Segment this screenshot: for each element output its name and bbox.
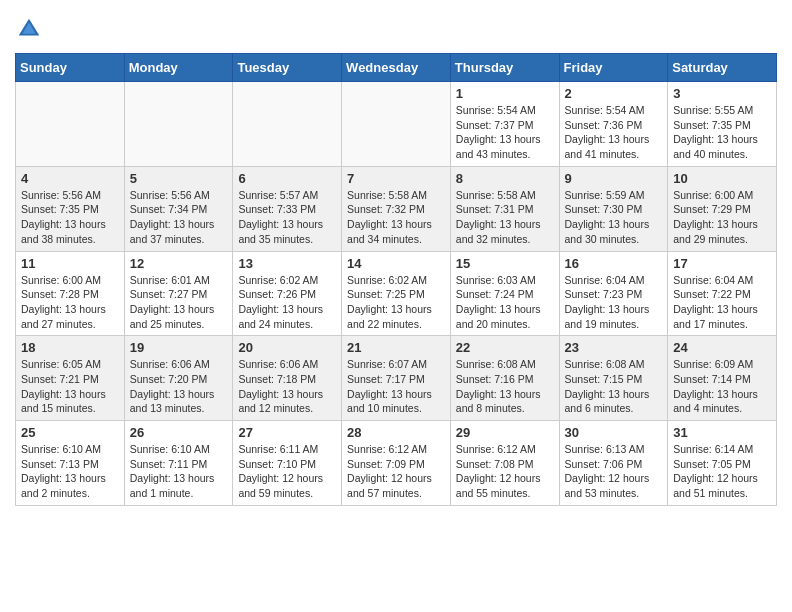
day-number: 20: [238, 340, 336, 355]
calendar-cell: 8Sunrise: 5:58 AM Sunset: 7:31 PM Daylig…: [450, 166, 559, 251]
day-number: 30: [565, 425, 663, 440]
day-number: 29: [456, 425, 554, 440]
day-number: 26: [130, 425, 228, 440]
day-header-thursday: Thursday: [450, 54, 559, 82]
day-number: 17: [673, 256, 771, 271]
calendar-week-row: 4Sunrise: 5:56 AM Sunset: 7:35 PM Daylig…: [16, 166, 777, 251]
page-header: [15, 15, 777, 43]
day-number: 3: [673, 86, 771, 101]
day-info: Sunrise: 6:06 AM Sunset: 7:20 PM Dayligh…: [130, 357, 228, 416]
day-info: Sunrise: 5:54 AM Sunset: 7:36 PM Dayligh…: [565, 103, 663, 162]
calendar-cell: 27Sunrise: 6:11 AM Sunset: 7:10 PM Dayli…: [233, 421, 342, 506]
calendar-cell: 24Sunrise: 6:09 AM Sunset: 7:14 PM Dayli…: [668, 336, 777, 421]
day-info: Sunrise: 6:10 AM Sunset: 7:13 PM Dayligh…: [21, 442, 119, 501]
calendar-cell: 7Sunrise: 5:58 AM Sunset: 7:32 PM Daylig…: [342, 166, 451, 251]
day-info: Sunrise: 6:12 AM Sunset: 7:08 PM Dayligh…: [456, 442, 554, 501]
calendar-cell: 26Sunrise: 6:10 AM Sunset: 7:11 PM Dayli…: [124, 421, 233, 506]
calendar-cell: 22Sunrise: 6:08 AM Sunset: 7:16 PM Dayli…: [450, 336, 559, 421]
calendar-cell: 23Sunrise: 6:08 AM Sunset: 7:15 PM Dayli…: [559, 336, 668, 421]
calendar-cell: 28Sunrise: 6:12 AM Sunset: 7:09 PM Dayli…: [342, 421, 451, 506]
calendar-cell: 6Sunrise: 5:57 AM Sunset: 7:33 PM Daylig…: [233, 166, 342, 251]
calendar-cell: 2Sunrise: 5:54 AM Sunset: 7:36 PM Daylig…: [559, 82, 668, 167]
calendar-cell: 18Sunrise: 6:05 AM Sunset: 7:21 PM Dayli…: [16, 336, 125, 421]
day-info: Sunrise: 6:09 AM Sunset: 7:14 PM Dayligh…: [673, 357, 771, 416]
day-number: 7: [347, 171, 445, 186]
calendar-week-row: 25Sunrise: 6:10 AM Sunset: 7:13 PM Dayli…: [16, 421, 777, 506]
calendar-cell: [233, 82, 342, 167]
calendar-cell: 10Sunrise: 6:00 AM Sunset: 7:29 PM Dayli…: [668, 166, 777, 251]
day-info: Sunrise: 6:00 AM Sunset: 7:28 PM Dayligh…: [21, 273, 119, 332]
day-info: Sunrise: 6:10 AM Sunset: 7:11 PM Dayligh…: [130, 442, 228, 501]
day-number: 10: [673, 171, 771, 186]
day-info: Sunrise: 5:54 AM Sunset: 7:37 PM Dayligh…: [456, 103, 554, 162]
day-header-tuesday: Tuesday: [233, 54, 342, 82]
calendar-header-row: SundayMondayTuesdayWednesdayThursdayFrid…: [16, 54, 777, 82]
logo: [15, 15, 47, 43]
day-info: Sunrise: 5:56 AM Sunset: 7:34 PM Dayligh…: [130, 188, 228, 247]
calendar-cell: 20Sunrise: 6:06 AM Sunset: 7:18 PM Dayli…: [233, 336, 342, 421]
day-number: 13: [238, 256, 336, 271]
day-number: 25: [21, 425, 119, 440]
calendar-cell: 30Sunrise: 6:13 AM Sunset: 7:06 PM Dayli…: [559, 421, 668, 506]
calendar-cell: 29Sunrise: 6:12 AM Sunset: 7:08 PM Dayli…: [450, 421, 559, 506]
day-number: 11: [21, 256, 119, 271]
day-number: 28: [347, 425, 445, 440]
day-info: Sunrise: 6:02 AM Sunset: 7:25 PM Dayligh…: [347, 273, 445, 332]
calendar-cell: 16Sunrise: 6:04 AM Sunset: 7:23 PM Dayli…: [559, 251, 668, 336]
day-info: Sunrise: 5:56 AM Sunset: 7:35 PM Dayligh…: [21, 188, 119, 247]
calendar-cell: 4Sunrise: 5:56 AM Sunset: 7:35 PM Daylig…: [16, 166, 125, 251]
day-info: Sunrise: 5:58 AM Sunset: 7:31 PM Dayligh…: [456, 188, 554, 247]
calendar-cell: 3Sunrise: 5:55 AM Sunset: 7:35 PM Daylig…: [668, 82, 777, 167]
calendar-cell: 1Sunrise: 5:54 AM Sunset: 7:37 PM Daylig…: [450, 82, 559, 167]
calendar-week-row: 18Sunrise: 6:05 AM Sunset: 7:21 PM Dayli…: [16, 336, 777, 421]
day-number: 14: [347, 256, 445, 271]
day-info: Sunrise: 6:12 AM Sunset: 7:09 PM Dayligh…: [347, 442, 445, 501]
day-number: 19: [130, 340, 228, 355]
calendar-cell: 5Sunrise: 5:56 AM Sunset: 7:34 PM Daylig…: [124, 166, 233, 251]
calendar-cell: 21Sunrise: 6:07 AM Sunset: 7:17 PM Dayli…: [342, 336, 451, 421]
day-number: 27: [238, 425, 336, 440]
calendar-cell: 31Sunrise: 6:14 AM Sunset: 7:05 PM Dayli…: [668, 421, 777, 506]
day-number: 6: [238, 171, 336, 186]
day-info: Sunrise: 6:02 AM Sunset: 7:26 PM Dayligh…: [238, 273, 336, 332]
calendar-table: SundayMondayTuesdayWednesdayThursdayFrid…: [15, 53, 777, 506]
calendar-cell: 11Sunrise: 6:00 AM Sunset: 7:28 PM Dayli…: [16, 251, 125, 336]
day-number: 24: [673, 340, 771, 355]
day-number: 15: [456, 256, 554, 271]
day-info: Sunrise: 6:05 AM Sunset: 7:21 PM Dayligh…: [21, 357, 119, 416]
day-number: 1: [456, 86, 554, 101]
day-info: Sunrise: 5:55 AM Sunset: 7:35 PM Dayligh…: [673, 103, 771, 162]
day-number: 12: [130, 256, 228, 271]
day-info: Sunrise: 6:08 AM Sunset: 7:16 PM Dayligh…: [456, 357, 554, 416]
day-number: 23: [565, 340, 663, 355]
day-header-sunday: Sunday: [16, 54, 125, 82]
calendar-cell: 15Sunrise: 6:03 AM Sunset: 7:24 PM Dayli…: [450, 251, 559, 336]
calendar-cell: 12Sunrise: 6:01 AM Sunset: 7:27 PM Dayli…: [124, 251, 233, 336]
day-info: Sunrise: 5:57 AM Sunset: 7:33 PM Dayligh…: [238, 188, 336, 247]
day-number: 2: [565, 86, 663, 101]
day-info: Sunrise: 6:13 AM Sunset: 7:06 PM Dayligh…: [565, 442, 663, 501]
day-number: 8: [456, 171, 554, 186]
day-info: Sunrise: 6:04 AM Sunset: 7:22 PM Dayligh…: [673, 273, 771, 332]
calendar-week-row: 11Sunrise: 6:00 AM Sunset: 7:28 PM Dayli…: [16, 251, 777, 336]
day-info: Sunrise: 6:00 AM Sunset: 7:29 PM Dayligh…: [673, 188, 771, 247]
day-info: Sunrise: 6:11 AM Sunset: 7:10 PM Dayligh…: [238, 442, 336, 501]
day-info: Sunrise: 6:01 AM Sunset: 7:27 PM Dayligh…: [130, 273, 228, 332]
calendar-cell: 9Sunrise: 5:59 AM Sunset: 7:30 PM Daylig…: [559, 166, 668, 251]
calendar-cell: [16, 82, 125, 167]
day-info: Sunrise: 6:06 AM Sunset: 7:18 PM Dayligh…: [238, 357, 336, 416]
calendar-week-row: 1Sunrise: 5:54 AM Sunset: 7:37 PM Daylig…: [16, 82, 777, 167]
day-info: Sunrise: 5:59 AM Sunset: 7:30 PM Dayligh…: [565, 188, 663, 247]
day-number: 9: [565, 171, 663, 186]
day-info: Sunrise: 6:03 AM Sunset: 7:24 PM Dayligh…: [456, 273, 554, 332]
calendar-cell: 17Sunrise: 6:04 AM Sunset: 7:22 PM Dayli…: [668, 251, 777, 336]
calendar-cell: [342, 82, 451, 167]
calendar-cell: 14Sunrise: 6:02 AM Sunset: 7:25 PM Dayli…: [342, 251, 451, 336]
day-number: 16: [565, 256, 663, 271]
day-info: Sunrise: 6:08 AM Sunset: 7:15 PM Dayligh…: [565, 357, 663, 416]
day-header-wednesday: Wednesday: [342, 54, 451, 82]
day-info: Sunrise: 6:07 AM Sunset: 7:17 PM Dayligh…: [347, 357, 445, 416]
day-number: 22: [456, 340, 554, 355]
day-info: Sunrise: 6:14 AM Sunset: 7:05 PM Dayligh…: [673, 442, 771, 501]
day-number: 18: [21, 340, 119, 355]
